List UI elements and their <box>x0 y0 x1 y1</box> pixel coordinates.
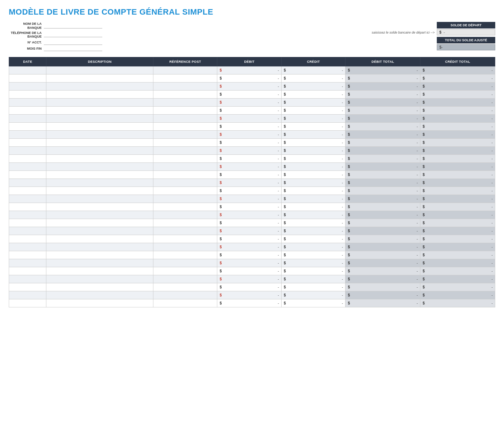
cell-desc[interactable] <box>46 66 153 74</box>
cell-ref[interactable] <box>153 163 217 171</box>
cell-ref[interactable] <box>153 275 217 283</box>
info-input-1[interactable] <box>44 32 102 37</box>
cell-date[interactable] <box>9 195 46 203</box>
cell-date[interactable] <box>9 291 46 299</box>
cell-credit[interactable]: $- <box>281 131 345 139</box>
cell-credit[interactable]: $- <box>281 291 345 299</box>
cell-desc[interactable] <box>46 283 153 291</box>
cell-credit[interactable]: $- <box>281 171 345 179</box>
cell-ref[interactable] <box>153 283 217 291</box>
solde-depart-value[interactable]: $ - <box>437 29 495 35</box>
cell-credit[interactable]: $- <box>281 163 345 171</box>
cell-credit[interactable]: $- <box>281 66 345 74</box>
cell-date[interactable] <box>9 235 46 243</box>
cell-credit[interactable]: $- <box>281 187 345 195</box>
cell-desc[interactable] <box>46 227 153 235</box>
cell-debit[interactable]: $- <box>217 171 282 179</box>
cell-desc[interactable] <box>46 211 153 219</box>
info-input-0[interactable] <box>44 23 102 28</box>
cell-ref[interactable] <box>153 211 217 219</box>
cell-credit[interactable]: $- <box>281 259 345 267</box>
cell-ref[interactable] <box>153 155 217 163</box>
cell-ref[interactable] <box>153 83 217 91</box>
cell-debit[interactable]: $- <box>217 291 282 299</box>
cell-credit[interactable]: $- <box>281 283 345 291</box>
cell-debit[interactable]: $- <box>217 83 282 91</box>
cell-debit[interactable]: $- <box>217 179 282 187</box>
cell-debit[interactable]: $- <box>217 163 282 171</box>
cell-desc[interactable] <box>46 139 153 147</box>
cell-credit[interactable]: $- <box>281 219 345 227</box>
cell-desc[interactable] <box>46 171 153 179</box>
cell-date[interactable] <box>9 275 46 283</box>
cell-credit[interactable]: $- <box>281 83 345 91</box>
cell-ref[interactable] <box>153 227 217 235</box>
cell-credit[interactable]: $- <box>281 251 345 259</box>
cell-ref[interactable] <box>153 187 217 195</box>
cell-debit[interactable]: $- <box>217 259 282 267</box>
cell-credit[interactable]: $- <box>281 267 345 275</box>
cell-credit[interactable]: $- <box>281 243 345 251</box>
cell-ref[interactable] <box>153 219 217 227</box>
cell-debit[interactable]: $- <box>217 66 282 74</box>
cell-desc[interactable] <box>46 275 153 283</box>
cell-credit[interactable]: $- <box>281 115 345 123</box>
cell-credit[interactable]: $- <box>281 275 345 283</box>
cell-desc[interactable] <box>46 203 153 211</box>
cell-desc[interactable] <box>46 155 153 163</box>
cell-debit[interactable]: $- <box>217 195 282 203</box>
cell-debit[interactable]: $- <box>217 91 282 99</box>
cell-debit[interactable]: $- <box>217 123 282 131</box>
cell-ref[interactable] <box>153 235 217 243</box>
cell-date[interactable] <box>9 99 46 107</box>
cell-debit[interactable]: $- <box>217 139 282 147</box>
cell-desc[interactable] <box>46 179 153 187</box>
cell-credit[interactable]: $- <box>281 211 345 219</box>
cell-ref[interactable] <box>153 115 217 123</box>
cell-ref[interactable] <box>153 123 217 131</box>
cell-debit[interactable]: $- <box>217 211 282 219</box>
cell-credit[interactable]: $- <box>281 203 345 211</box>
cell-debit[interactable]: $- <box>217 115 282 123</box>
cell-credit[interactable]: $- <box>281 235 345 243</box>
cell-debit[interactable]: $- <box>217 299 282 307</box>
cell-date[interactable] <box>9 251 46 259</box>
cell-ref[interactable] <box>153 267 217 275</box>
cell-desc[interactable] <box>46 195 153 203</box>
cell-credit[interactable]: $- <box>281 91 345 99</box>
cell-ref[interactable] <box>153 139 217 147</box>
cell-debit[interactable]: $- <box>217 187 282 195</box>
cell-date[interactable] <box>9 259 46 267</box>
cell-ref[interactable] <box>153 99 217 107</box>
cell-date[interactable] <box>9 147 46 155</box>
cell-date[interactable] <box>9 219 46 227</box>
cell-date[interactable] <box>9 211 46 219</box>
cell-desc[interactable] <box>46 291 153 299</box>
cell-date[interactable] <box>9 107 46 115</box>
cell-date[interactable] <box>9 91 46 99</box>
cell-debit[interactable]: $- <box>217 131 282 139</box>
cell-desc[interactable] <box>46 299 153 307</box>
cell-desc[interactable] <box>46 115 153 123</box>
cell-ref[interactable] <box>153 107 217 115</box>
cell-debit[interactable]: $- <box>217 203 282 211</box>
cell-credit[interactable]: $- <box>281 179 345 187</box>
cell-credit[interactable]: $- <box>281 195 345 203</box>
cell-ref[interactable] <box>153 291 217 299</box>
cell-debit[interactable]: $- <box>217 99 282 107</box>
cell-desc[interactable] <box>46 74 153 83</box>
cell-date[interactable] <box>9 179 46 187</box>
cell-ref[interactable] <box>153 131 217 139</box>
cell-credit[interactable]: $- <box>281 74 345 83</box>
cell-desc[interactable] <box>46 91 153 99</box>
cell-ref[interactable] <box>153 147 217 155</box>
cell-desc[interactable] <box>46 123 153 131</box>
info-input-3[interactable] <box>44 46 102 51</box>
cell-date[interactable] <box>9 171 46 179</box>
cell-debit[interactable]: $- <box>217 107 282 115</box>
cell-date[interactable] <box>9 163 46 171</box>
cell-debit[interactable]: $- <box>217 283 282 291</box>
cell-credit[interactable]: $- <box>281 155 345 163</box>
cell-date[interactable] <box>9 243 46 251</box>
cell-date[interactable] <box>9 203 46 211</box>
